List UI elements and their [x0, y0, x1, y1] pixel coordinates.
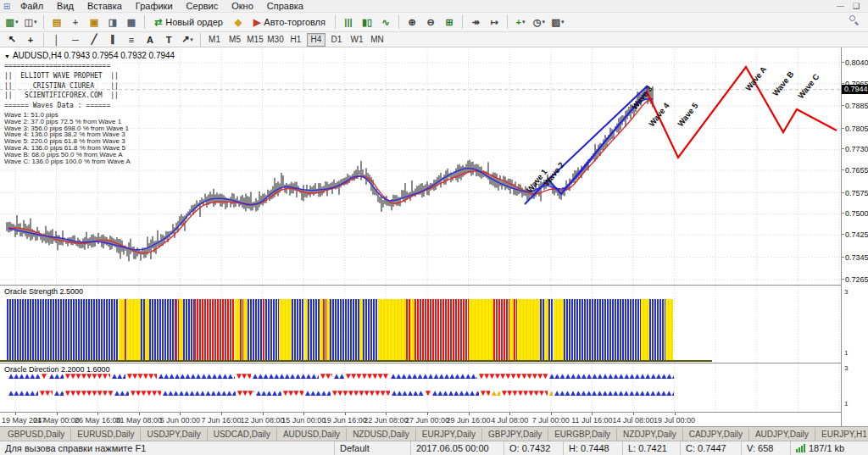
zoom-in-icon-glyph: ⊕	[408, 17, 415, 28]
tile-windows-icon[interactable]: ⊞	[441, 14, 458, 30]
indicators-icon[interactable]: +▾	[512, 14, 529, 30]
date-tick	[633, 413, 634, 415]
chart-tab-eurjpy-daily[interactable]: EURJPY,Daily	[416, 428, 482, 441]
search-icon[interactable]	[849, 15, 860, 25]
candle-chart-icon[interactable]: ▮▯	[359, 14, 376, 30]
chart-shift-icon[interactable]: ↦	[486, 14, 503, 30]
line-chart-icon[interactable]: ∿	[377, 14, 394, 30]
toolbar-separator	[200, 33, 201, 47]
status-close-text: C: 0.7447	[686, 441, 726, 455]
oracle-strength-label: Oracle Strength 2.5000	[4, 287, 83, 296]
menu-item-file[interactable]: Файл	[14, 0, 50, 13]
timeframe-h4-button[interactable]: H4	[307, 33, 326, 47]
timeframe-w1-button[interactable]: W1	[348, 33, 366, 47]
strength-segment	[564, 299, 641, 360]
timeframe-m30-button[interactable]: M30	[266, 33, 285, 47]
periods-icon[interactable]: ◷▾	[531, 14, 548, 30]
timeframe-mn-button[interactable]: MN	[368, 33, 387, 47]
market-watch-icon[interactable]: ▤	[48, 14, 65, 30]
auto-scroll-icon-glyph: ↠	[471, 17, 479, 28]
data-window-icon[interactable]: ▣	[86, 14, 103, 30]
date-label: 14 Jul 08:00	[612, 416, 654, 424]
chart-tab-nzdjpy-daily[interactable]: NZDJPY,Daily	[617, 428, 683, 441]
templates-icon[interactable]: ▨▾	[549, 14, 566, 30]
chart-tab-eurgbp-daily[interactable]: EURGBP,Daily	[548, 428, 617, 441]
status-time-text: 2017.06.05 00:00	[416, 441, 489, 455]
menu-item-insert[interactable]: Вставка	[81, 0, 129, 13]
signal-bars-icon	[796, 444, 805, 452]
price-axis[interactable]: 0.80400.79650.78850.78050.77300.76550.75…	[841, 47, 868, 426]
bar-chart-icon[interactable]: |||	[340, 14, 357, 30]
templates-icon-glyph: ▨	[552, 17, 560, 28]
date-tick	[345, 413, 346, 415]
direction-segment: ▲▲▲▲▲▲▲▲▲▲▲	[431, 388, 479, 400]
chart-tab-audjpy-daily[interactable]: AUDJPY,Daily	[749, 428, 815, 441]
cursor-icon[interactable]: ↖	[3, 32, 20, 47]
crosshair-move-icon-glyph: +	[73, 17, 78, 27]
date-label: 29 Jun 16:00	[447, 416, 491, 424]
price-tick	[842, 148, 844, 149]
metaeditor-icon[interactable]: ◆	[230, 14, 247, 30]
metaeditor-icon-glyph: ◆	[235, 17, 242, 28]
chart-tab-gbpusd-daily[interactable]: GBPUSD,Daily	[2, 428, 71, 441]
minimize-button[interactable]: —	[837, 2, 844, 10]
chart-tab-usdjpy-daily[interactable]: USDJPY,Daily	[141, 428, 207, 441]
date-label: 24 May 00:00	[33, 416, 80, 424]
strength-segment	[517, 299, 540, 360]
direction-segment: ▼▼▼▼▼▼▼▼▼▼▼	[64, 371, 110, 382]
navigator-icon[interactable]: ◨	[104, 14, 121, 30]
menu-item-window[interactable]: Окно	[225, 0, 260, 13]
zoom-in-icon[interactable]: ⊕	[403, 14, 420, 30]
price-tick	[842, 62, 844, 63]
chart-tab-eurjpy-h1[interactable]: EURJPY,H1	[815, 428, 868, 441]
timeframe-h1-button[interactable]: H1	[287, 33, 305, 47]
channel-icon-glyph: ∥	[110, 34, 115, 45]
trendline-icon[interactable]: ╱	[86, 32, 103, 47]
chart-tab-gbpjpy-daily[interactable]: GBPJPY,Daily	[482, 428, 548, 441]
market-watch-icon-glyph: ▤	[53, 17, 61, 28]
timeframe-d1-button[interactable]: D1	[327, 33, 346, 47]
menu-item-help[interactable]: Справка	[260, 0, 310, 13]
vertical-line-icon[interactable]: │	[48, 32, 65, 47]
auto-scroll-icon[interactable]: ↠	[467, 14, 484, 30]
chart-tab-audusd-daily[interactable]: AUDUSD,Daily	[277, 428, 347, 441]
status-profile-text: Default	[340, 441, 370, 455]
direction-segment: ▲▲▲▲▲	[113, 388, 129, 400]
auto-trading-button[interactable]: ▶Авто-торговля	[248, 14, 331, 30]
date-axis[interactable]: 19 May 201724 May 00:0026 May 16:0031 Ma…	[0, 412, 841, 426]
strength-segment	[493, 299, 509, 360]
crosshair-move-icon[interactable]: +	[67, 14, 84, 30]
terminal-icon[interactable]: ▦	[123, 14, 140, 30]
profiles-icon[interactable]: ◫▾	[22, 14, 39, 30]
menu-item-service[interactable]: Сервис	[180, 0, 225, 13]
signal-bar	[796, 449, 798, 452]
chart-tab-cadjpy-daily[interactable]: CADJPY,Daily	[683, 428, 749, 441]
channel-icon[interactable]: ∥	[104, 32, 121, 47]
elliott-wave-watermark: ========================== || ELLIOTT WA…	[4, 61, 119, 111]
new-order-button[interactable]: ⇄Новый ордер	[148, 14, 229, 30]
timeframe-m15-button[interactable]: M15	[246, 33, 264, 47]
chart-tab-nzdusd-daily[interactable]: NZDUSD,Daily	[347, 428, 416, 441]
label-icon[interactable]: T	[160, 32, 177, 47]
chart-tab-eurusd-daily[interactable]: EURUSD,Daily	[71, 428, 141, 441]
auto-trading-icon: ▶	[253, 17, 260, 28]
indicator-scale-label: 1	[844, 349, 848, 357]
shapes-icon[interactable]: ↗▾	[179, 32, 196, 47]
chart-shift-icon-glyph: ↦	[490, 17, 498, 28]
strength-segment	[7, 299, 119, 360]
chart-window[interactable]: Wave 1Wave 2Wave 3Wave 4Wave 5Wave AWave…	[0, 47, 841, 426]
timeframe-m1-button[interactable]: M1	[205, 33, 224, 47]
menu-item-charts[interactable]: Графики	[129, 0, 180, 13]
direction-segment: ▼▼▼▼▼▼▼▼▼▼▼▼▼	[331, 388, 390, 400]
chart-tab-usdcad-daily[interactable]: USDCAD,Daily	[208, 428, 277, 441]
zoom-out-icon[interactable]: ⊖	[422, 14, 439, 30]
new-chart-icon[interactable]: ▥▾	[3, 14, 20, 30]
menu-item-view[interactable]: Вид	[50, 0, 81, 13]
text-icon[interactable]: A	[142, 32, 159, 47]
indicators-icon-glyph: +	[516, 17, 521, 27]
timeframe-m5-button[interactable]: M5	[225, 33, 244, 47]
horizontal-line-icon[interactable]: ─	[67, 32, 84, 47]
crosshair-icon[interactable]: +	[22, 32, 39, 47]
restore-button[interactable]: ❑	[853, 2, 860, 10]
fibonacci-icon[interactable]: ≡	[123, 32, 140, 47]
